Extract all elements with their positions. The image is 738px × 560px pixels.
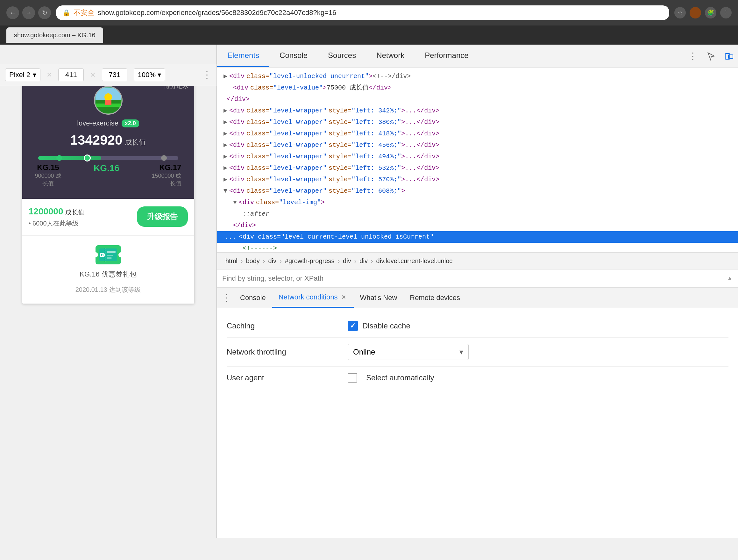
inspect-icon[interactable] [702, 45, 720, 67]
avatar [94, 86, 122, 115]
devtools-more-icon[interactable]: ⋮ [683, 45, 702, 67]
browser-tab[interactable]: show.gotokeep.com – KG.16 [6, 27, 103, 43]
code-line: ::after [217, 208, 738, 220]
toolbar-more-button[interactable]: ⋮ [203, 69, 212, 80]
breadcrumb-growth-progress[interactable]: #growth-progress [282, 256, 338, 266]
menu-icon[interactable]: ⋮ [720, 7, 732, 18]
level-left: KG.15 900000 成 长值 [35, 163, 61, 187]
info-panel: 升级报告 1200000 成长值 • 6000人在此等级 [22, 199, 194, 235]
secure-label: 不安全 [73, 8, 94, 17]
tab-bar: show.gotokeep.com – KG.16 [0, 25, 738, 45]
disable-cache-checkbox[interactable]: ✓ [348, 321, 358, 331]
devtools-tabs: Elements Console Sources Network Perform… [217, 45, 738, 67]
code-line: ▼ <div class="level-wrapper" style="left… [217, 186, 738, 197]
bottom-tab-network-conditions[interactable]: Network conditions ✕ [272, 288, 354, 308]
coupon-label: KG.16 优惠券礼包 [80, 270, 136, 279]
coupon-area: 🎟 KG.16 优惠券礼包 2020.01.13 达到该等级 [22, 235, 194, 304]
width-input[interactable]: 411 [58, 68, 84, 81]
code-line: ▶ <div class="level-wrapper" style="left… [217, 163, 738, 174]
progress-container: KG.15 900000 成 长值 KG.16 KG.17 1500000 成 … [29, 151, 188, 193]
disable-cache-label: Disable cache [362, 321, 410, 330]
select-automatically-label: Select automatically [366, 373, 434, 382]
mobile-frame: 得分记录 love-exercise [22, 76, 194, 304]
network-conditions-close[interactable]: ✕ [340, 294, 347, 301]
height-input[interactable]: 731 [102, 68, 127, 81]
code-line: ▶ <div class="level-wrapper" style="left… [217, 174, 738, 186]
code-line: ▶ <div class="level-wrapper" style="left… [217, 151, 738, 163]
breadcrumb-div2[interactable]: div [340, 256, 354, 266]
throttling-select[interactable]: Online ▾ [348, 344, 469, 360]
progress-fill [38, 156, 101, 160]
breadcrumb-html[interactable]: html [222, 256, 241, 266]
devtools-panel: Elements Console Sources Network Perform… [217, 45, 738, 538]
profile-icon[interactable] [690, 7, 701, 18]
breadcrumb-current-level[interactable]: div.level.current-level.unloc [373, 256, 456, 266]
select-automatically-checkbox[interactable] [348, 373, 357, 382]
svg-rect-7 [107, 251, 115, 253]
tab-sources[interactable]: Sources [318, 45, 366, 67]
growth-highlight-suffix: 成长值 [65, 209, 84, 216]
zoom-selector[interactable]: 100% ▾ [134, 68, 165, 81]
address-bar[interactable]: 🔒 不安全 show.gotokeep.com/experience/grade… [56, 5, 669, 20]
progress-dot-start [56, 155, 62, 161]
browser-chrome: ← → ↻ 🔒 不安全 show.gotokeep.com/experience… [0, 0, 738, 25]
network-conditions-panel: Caching ✓ Disable cache Network throttli… [217, 308, 738, 395]
scroll-icon: ▲ [727, 275, 733, 282]
tab-console[interactable]: Console [269, 45, 318, 67]
level-current: KG.16 [94, 163, 119, 187]
code-line: </div> [217, 220, 738, 231]
device-toggle-icon[interactable] [720, 45, 738, 67]
forward-button[interactable]: → [22, 6, 35, 19]
device-selector[interactable]: Pixel 2 ▾ [5, 68, 40, 81]
avatar-svg [95, 87, 121, 113]
user-agent-control: Select automatically [348, 373, 434, 382]
back-button[interactable]: ← [6, 6, 19, 19]
caching-label: Caching [227, 321, 348, 330]
game-header: 得分记录 love-exercise [22, 76, 194, 199]
throttling-label: Network throttling [227, 347, 348, 356]
user-agent-label: User agent [227, 373, 348, 382]
level-right: KG.17 1500000 成 长值 [151, 163, 181, 187]
code-line: ▶ <div class="level-wrapper" style="left… [217, 128, 738, 139]
mobile-panel: Pixel 2 ▾ × 411 × 731 100% ▾ ⋮ 得分记录 [0, 45, 217, 538]
growth-label: 成长值 [125, 137, 146, 147]
breadcrumb-div1[interactable]: div [265, 256, 280, 266]
caching-control: ✓ Disable cache [348, 321, 410, 331]
code-line-highlighted: ... <div class="level current-level unlo… [217, 231, 738, 243]
breadcrumb-bar: html › body › div › #growth-progress › d… [217, 252, 738, 270]
level-labels: KG.15 900000 成 长值 KG.16 KG.17 1500000 成 … [35, 160, 181, 187]
toolbar-icons: ☆ 🧩 ⋮ [674, 7, 732, 18]
bottom-panel: ⋮ Console Network conditions ✕ What's Ne… [217, 287, 738, 395]
bookmark-icon[interactable]: ☆ [674, 7, 686, 18]
tab-network[interactable]: Network [366, 45, 414, 67]
code-line: ▶ <div class="level-wrapper" style="left… [217, 139, 738, 151]
bottom-tab-whats-new[interactable]: What's New [354, 288, 404, 308]
code-line: ▶ <div class="level-wrapper" style="left… [217, 105, 738, 116]
code-line: ▶ <div class="level-wrapper" style="left… [217, 116, 738, 128]
bottom-tabs-menu[interactable]: ⋮ [220, 290, 234, 305]
throttling-arrow: ▾ [459, 347, 463, 356]
tab-performance[interactable]: Performance [414, 45, 478, 67]
code-line: </div> [217, 94, 738, 105]
svg-rect-9 [107, 257, 112, 259]
reload-button[interactable]: ↻ [38, 6, 51, 19]
username-label: love-exercise [77, 119, 118, 127]
coupon-icon: 🎟 [95, 245, 121, 264]
throttling-control: Online ▾ [348, 344, 469, 360]
multiplier-badge: x2.0 [122, 119, 139, 127]
search-input[interactable] [222, 274, 727, 283]
tab-elements[interactable]: Elements [217, 45, 269, 67]
breadcrumb-div3[interactable]: div [356, 256, 371, 266]
growth-value: 1342920 [70, 132, 122, 148]
svg-rect-12 [728, 55, 733, 59]
growth-highlight: 1200000 [29, 207, 63, 216]
breadcrumb-body[interactable]: body [243, 256, 263, 266]
bottom-tabs: ⋮ Console Network conditions ✕ What's Ne… [217, 288, 738, 308]
upgrade-button[interactable]: 升级报告 [137, 207, 188, 227]
extension-icon[interactable]: 🧩 [705, 7, 716, 18]
throttling-row: Network throttling Online ▾ [227, 338, 728, 367]
nav-buttons: ← → ↻ [6, 6, 51, 19]
search-bar: ▲ [217, 270, 738, 287]
bottom-tab-console[interactable]: Console [234, 288, 272, 308]
bottom-tab-remote-devices[interactable]: Remote devices [403, 288, 466, 308]
